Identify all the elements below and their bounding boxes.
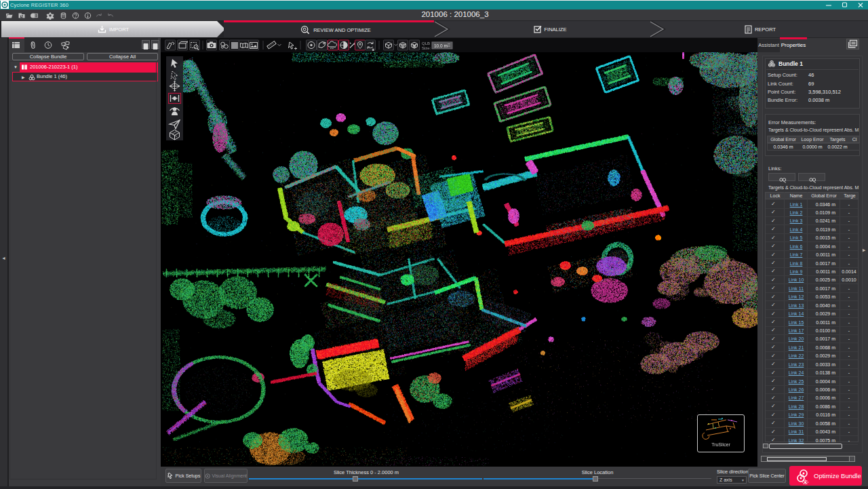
svg-text:10.0 m: 10.0 m	[434, 43, 448, 48]
svg-text:QLB: QLB	[422, 41, 430, 45]
svg-text:Size:: Size:	[422, 46, 431, 50]
svg-text:M: M	[412, 43, 416, 48]
